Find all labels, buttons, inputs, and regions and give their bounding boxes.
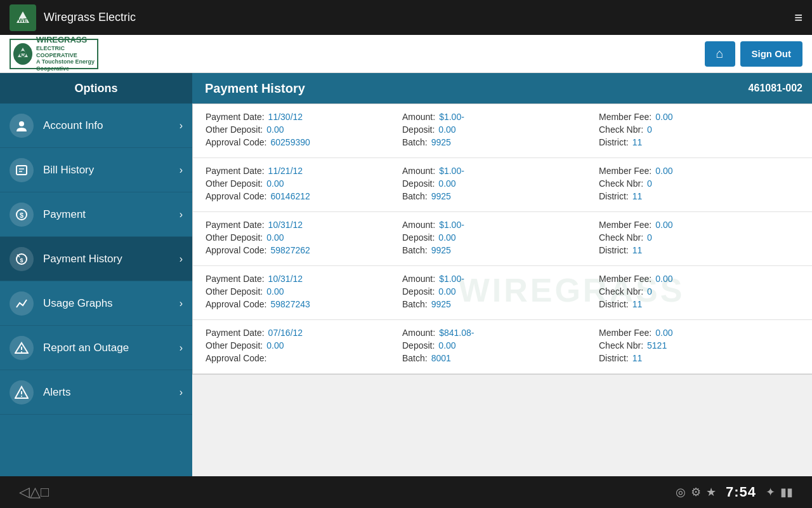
sidebar-item-label-payment: Payment bbox=[43, 208, 180, 221]
logo-box: W WIREGRASS ELECTRIC COOPERATIVE A Touch… bbox=[10, 39, 98, 69]
logo-area: W WIREGRASS ELECTRIC COOPERATIVE A Touch… bbox=[10, 39, 98, 69]
bill-history-icon bbox=[10, 158, 34, 182]
sidebar-item-label-alerts: Alerts bbox=[43, 386, 180, 399]
content-title: Payment History bbox=[205, 81, 305, 96]
bottom-right: ◎ ⚙ ★ 7:54 ✦ ▮▮ bbox=[676, 484, 793, 500]
app-title: Wiregrass Electric bbox=[44, 11, 136, 24]
sidebar-item-label-account-info: Account Info bbox=[43, 119, 180, 132]
chevron-right-icon: › bbox=[180, 253, 183, 265]
nav-home-button[interactable]: △ bbox=[30, 484, 41, 500]
content-area: Payment History 461081-002 WIREGRASS Pay… bbox=[192, 73, 812, 476]
payment-history-icon: $ bbox=[10, 247, 34, 271]
svg-text:W: W bbox=[21, 53, 25, 57]
sidebar-item-usage-graphs[interactable]: Usage Graphs › bbox=[0, 281, 192, 326]
content-header: Payment History 461081-002 bbox=[192, 73, 812, 104]
report-outage-icon bbox=[10, 336, 34, 360]
payment-record: Payment Date: 10/31/12 Amount: $1.00- Me… bbox=[193, 266, 812, 320]
sidebar-header: Options bbox=[0, 73, 192, 104]
usage-graphs-icon bbox=[10, 291, 34, 316]
time-display: 7:54 bbox=[726, 484, 756, 500]
bottom-bar: ◁ △ □ ◎ ⚙ ★ 7:54 ✦ ▮▮ bbox=[0, 476, 812, 508]
sidebar-item-label-report-outage: Report an Outage bbox=[43, 342, 180, 354]
content-wrapper: WIREGRASS Payment Date: 11/30/12 Amount:… bbox=[192, 104, 812, 476]
svg-rect-8 bbox=[16, 166, 27, 175]
svg-point-7 bbox=[19, 121, 24, 126]
svg-point-20 bbox=[21, 396, 22, 397]
sidebar-item-alerts[interactable]: Alerts › bbox=[0, 370, 192, 415]
status-icons: ◎ ⚙ ★ bbox=[676, 485, 716, 499]
nav-back-button[interactable]: ◁ bbox=[19, 484, 30, 500]
sidebar-item-report-outage[interactable]: Report an Outage › bbox=[0, 326, 192, 370]
account-info-icon bbox=[10, 114, 34, 138]
svg-point-17 bbox=[21, 351, 22, 352]
chevron-right-icon: › bbox=[180, 120, 183, 131]
header-buttons: ⌂ Sign Out bbox=[705, 41, 803, 67]
payment-record: Payment Date: 11/21/12 Amount: $1.00- Me… bbox=[193, 158, 812, 212]
top-bar: WE Wiregrass Electric ≡ bbox=[0, 0, 812, 35]
payment-record: Payment Date: 11/30/12 Amount: $1.00- Me… bbox=[193, 104, 812, 158]
sidebar: Options Account Info › Bill History › $ … bbox=[0, 73, 192, 476]
sidebar-item-label-payment-history: Payment History bbox=[43, 253, 180, 265]
settings-icon: ⚙ bbox=[691, 485, 701, 499]
sidebar-item-label-usage-graphs: Usage Graphs bbox=[43, 297, 180, 310]
chevron-right-icon: › bbox=[180, 164, 183, 176]
account-number: 461081-002 bbox=[749, 83, 802, 94]
chevron-right-icon: › bbox=[180, 209, 183, 220]
logo-icon: W bbox=[13, 43, 32, 65]
chevron-right-icon: › bbox=[180, 342, 183, 354]
sidebar-item-payment[interactable]: $ Payment › bbox=[0, 192, 192, 237]
sidebar-item-label-bill-history: Bill History bbox=[43, 164, 180, 177]
svg-text:WE: WE bbox=[18, 17, 28, 23]
header: W WIREGRASS ELECTRIC COOPERATIVE A Touch… bbox=[0, 35, 812, 73]
svg-text:$: $ bbox=[20, 257, 23, 264]
payment-record: Payment Date: 10/31/12 Amount: $1.00- Me… bbox=[193, 212, 812, 266]
logo-text: WIREGRASS ELECTRIC COOPERATIVE A Touchst… bbox=[36, 35, 95, 72]
hamburger-menu[interactable]: ≡ bbox=[794, 10, 802, 26]
main-content: Options Account Info › Bill History › $ … bbox=[0, 73, 812, 476]
nav-recent-button[interactable]: □ bbox=[41, 484, 49, 500]
top-bar-left: WE Wiregrass Electric bbox=[10, 4, 136, 31]
sidebar-item-account-info[interactable]: Account Info › bbox=[0, 104, 192, 148]
payment-record: Payment Date: 07/16/12 Amount: $841.08- … bbox=[193, 320, 812, 374]
home-button[interactable]: ⌂ bbox=[705, 41, 735, 67]
payment-icon: $ bbox=[10, 203, 34, 227]
battery-icon: ▮▮ bbox=[780, 485, 793, 499]
star-icon: ★ bbox=[706, 485, 716, 499]
sidebar-item-bill-history[interactable]: Bill History › bbox=[0, 148, 192, 192]
svg-text:$: $ bbox=[20, 211, 23, 219]
bluetooth-icon: ✦ bbox=[766, 485, 775, 499]
connectivity-icons: ✦ ▮▮ bbox=[766, 485, 793, 499]
alerts-icon bbox=[10, 380, 34, 404]
chevron-right-icon: › bbox=[180, 298, 183, 309]
sidebar-item-payment-history[interactable]: $ Payment History › bbox=[0, 237, 192, 281]
location-icon: ◎ bbox=[676, 485, 686, 499]
chevron-right-icon: › bbox=[180, 387, 183, 398]
payment-history-list: Payment Date: 11/30/12 Amount: $1.00- Me… bbox=[192, 104, 812, 375]
app-icon: WE bbox=[10, 4, 36, 31]
signout-button[interactable]: Sign Out bbox=[740, 41, 803, 67]
